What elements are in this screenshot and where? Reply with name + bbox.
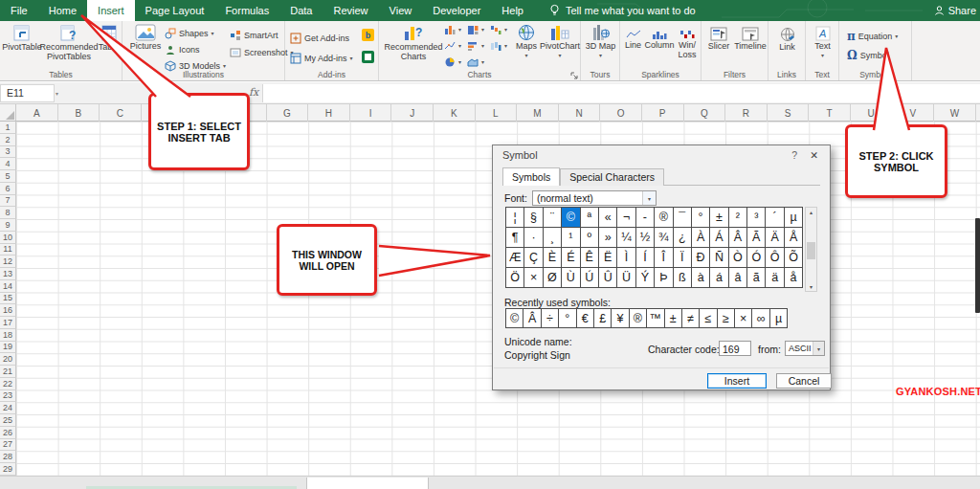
symbol-cell[interactable]: Ô	[766, 248, 784, 268]
column-header-U[interactable]: U	[851, 104, 893, 122]
pivotchart-button[interactable]: PivotChart ▾	[540, 24, 580, 58]
sparkline-column-button[interactable]: Column	[645, 29, 674, 51]
symbol-cell[interactable]: µ	[784, 208, 802, 228]
symbol-cell[interactable]: Ü	[617, 268, 635, 288]
recommended-pivottables-button[interactable]: ? Recommended PivotTables	[42, 24, 96, 62]
tab-developer[interactable]: Developer	[422, 0, 491, 21]
recent-symbol-cell[interactable]: ™	[646, 308, 664, 328]
recent-symbol-cell[interactable]: ∞	[751, 308, 769, 328]
column-header-S[interactable]: S	[768, 104, 810, 122]
sheet-tabs-bar[interactable]	[0, 476, 980, 489]
symbol-cell[interactable]: ¬	[617, 208, 635, 228]
3d-map-button[interactable]: 3D Map ▾	[585, 24, 616, 58]
column-chart-button[interactable]: ▾	[444, 25, 461, 34]
symbol-cell[interactable]: Õ	[784, 248, 802, 268]
symbol-cell[interactable]: ×	[524, 268, 543, 288]
from-select[interactable]: ASCII (decimal) ▾	[785, 341, 825, 356]
column-header-N[interactable]: N	[559, 104, 601, 122]
recent-symbol-cell[interactable]: £	[593, 308, 612, 328]
recent-symbol-cell[interactable]: ≤	[699, 308, 717, 328]
row-header-13[interactable]: 13	[0, 268, 16, 280]
column-header-J[interactable]: J	[391, 104, 434, 122]
column-header-I[interactable]: I	[350, 104, 392, 122]
row-header-25[interactable]: 25	[0, 414, 16, 427]
tab-view[interactable]: View	[379, 0, 423, 21]
symbol-cell[interactable]: Ê	[580, 248, 598, 268]
tab-file[interactable]: File	[0, 0, 38, 21]
row-header-21[interactable]: 21	[0, 366, 16, 378]
store-addin-icon[interactable]	[362, 51, 374, 63]
help-icon[interactable]: ?	[791, 149, 797, 161]
symbol-cell[interactable]: À	[691, 228, 709, 248]
row-header-4[interactable]: 4	[0, 158, 16, 170]
symbol-cell[interactable]: Å	[784, 228, 802, 248]
row-header-6[interactable]: 6	[0, 183, 16, 195]
symbol-cell[interactable]: »	[598, 228, 616, 248]
insert-button[interactable]: Insert	[707, 373, 767, 389]
fx-button[interactable]: fx	[249, 86, 258, 99]
column-header-W[interactable]: W	[934, 104, 976, 122]
bar-chart-button[interactable]: ▾	[467, 41, 484, 51]
row-header-7[interactable]: 7	[0, 195, 16, 208]
tab-insert[interactable]: Insert	[87, 0, 135, 21]
row-header-3[interactable]: 3	[0, 146, 16, 159]
row-header-18[interactable]: 18	[0, 329, 16, 342]
symbol-cell[interactable]: ¯	[673, 208, 691, 228]
symbol-cell[interactable]: ©	[562, 208, 580, 228]
recent-symbol-cell[interactable]: ≥	[717, 308, 735, 328]
row-header-14[interactable]: 14	[0, 280, 16, 293]
row-header-12[interactable]: 12	[0, 256, 16, 268]
symbol-cell[interactable]: ½	[635, 228, 654, 248]
row-header-5[interactable]: 5	[0, 170, 16, 183]
recent-symbol-cell[interactable]: µ	[769, 308, 788, 328]
recent-symbol-cell[interactable]: Â	[523, 308, 541, 328]
symbol-cell[interactable]: Â	[728, 228, 746, 248]
symbol-cell[interactable]: Ë	[598, 248, 616, 268]
tab-review[interactable]: Review	[323, 0, 378, 21]
row-header-24[interactable]: 24	[0, 402, 16, 414]
row-header-22[interactable]: 22	[0, 378, 16, 390]
symbol-cell[interactable]: °	[691, 208, 709, 228]
symbol-cell[interactable]: Ø	[543, 268, 561, 288]
symbol-cell[interactable]: à	[691, 268, 709, 288]
symbol-cell[interactable]: Ð	[691, 248, 709, 268]
dialog-title-bar[interactable]: Symbol ? ✕	[493, 145, 830, 165]
get-addins-button[interactable]: Get Add-ins	[290, 33, 349, 44]
symbol-cell[interactable]: §	[524, 208, 543, 228]
tab-special-characters[interactable]: Special Characters	[560, 168, 664, 186]
recent-symbol-cell[interactable]: ±	[664, 308, 682, 328]
column-header-Q[interactable]: Q	[684, 104, 726, 122]
tab-page-layout[interactable]: Page Layout	[135, 0, 215, 21]
pictures-button[interactable]: Pictures	[128, 24, 163, 52]
symbol-cell[interactable]: â	[728, 268, 746, 288]
symbol-cell[interactable]: ¿	[673, 228, 691, 248]
column-header-C[interactable]: C	[100, 104, 142, 122]
symbol-cell[interactable]: ¼	[617, 228, 635, 248]
column-header-O[interactable]: O	[600, 104, 642, 122]
column-header-G[interactable]: G	[267, 104, 309, 122]
bing-addin-icon[interactable]: b	[362, 29, 374, 41]
symbol-cell[interactable]: Û	[598, 268, 616, 288]
symbol-cell[interactable]: ¹	[562, 228, 580, 248]
symbol-cell[interactable]: Ã	[747, 228, 766, 248]
row-header-17[interactable]: 17	[0, 317, 16, 329]
sparkline-line-button[interactable]: Line	[621, 29, 645, 51]
row-header-28[interactable]: 28	[0, 451, 16, 463]
row-header-26[interactable]: 26	[0, 427, 16, 439]
pie-chart-button[interactable]: ▾	[444, 57, 461, 67]
recommended-charts-button[interactable]: ? Recommended Charts	[387, 24, 440, 62]
link-button[interactable]: Link	[772, 27, 802, 53]
tab-help[interactable]: Help	[491, 0, 534, 21]
stock-chart-button[interactable]: ▾	[490, 41, 507, 51]
chevron-down-icon[interactable]: ▾	[813, 342, 824, 355]
symbol-button[interactable]: Ω Symbol	[847, 49, 889, 62]
formula-input[interactable]	[262, 84, 980, 102]
row-header-23[interactable]: 23	[0, 390, 16, 403]
chevron-down-icon[interactable]: ▾	[642, 191, 656, 205]
tab-data[interactable]: Data	[279, 0, 323, 21]
symbol-cell[interactable]: ã	[747, 268, 766, 288]
scatter-chart-button[interactable]: ▾	[444, 41, 461, 51]
symbol-cell[interactable]: å	[784, 268, 802, 288]
row-header-9[interactable]: 9	[0, 219, 16, 232]
character-code-input[interactable]: 169	[719, 341, 751, 356]
